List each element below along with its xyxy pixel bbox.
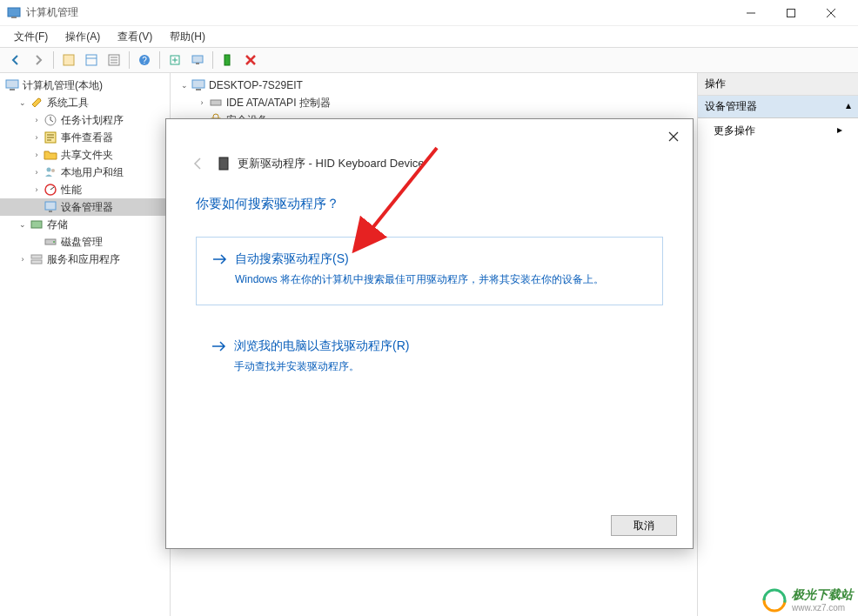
arrow-right-icon	[211, 340, 227, 352]
svg-point-26	[51, 169, 55, 172]
tree-toggle[interactable]: ›	[197, 97, 207, 108]
svg-rect-1	[11, 17, 17, 18]
device-ide[interactable]: › IDE ATA/ATAPI 控制器	[171, 94, 697, 111]
actions-more[interactable]: 更多操作 ▸	[698, 118, 858, 144]
tree-root[interactable]: 计算机管理(本地)	[0, 77, 170, 94]
monitor-button[interactable]	[187, 50, 208, 70]
svg-rect-7	[86, 55, 97, 65]
tb-button-7[interactable]	[218, 50, 238, 70]
delete-button[interactable]	[240, 50, 261, 70]
dialog-close-button[interactable]	[663, 126, 684, 147]
toolbar-separator	[212, 51, 213, 69]
tb-button-5[interactable]	[164, 50, 185, 70]
users-icon	[44, 165, 57, 179]
watermark-text: 极光下载站	[792, 587, 853, 601]
window-controls	[731, 0, 851, 26]
wrench-icon	[30, 96, 44, 110]
tree-label: 设备管理器	[61, 200, 113, 215]
tree-services-apps[interactable]: › 服务和应用程序	[0, 251, 170, 268]
toolbar: ?	[0, 47, 858, 73]
menu-help[interactable]: 帮助(H)	[161, 28, 214, 46]
svg-rect-36	[196, 89, 201, 90]
menu-action[interactable]: 操作(A)	[57, 28, 109, 46]
device-manager-icon	[44, 200, 57, 214]
forward-button[interactable]	[28, 50, 49, 70]
tree-label: 本地用户和组	[61, 165, 124, 180]
computer-icon	[5, 78, 19, 92]
cancel-button[interactable]: 取消	[611, 515, 677, 536]
tree-label: 性能	[61, 183, 82, 198]
tree-toggle[interactable]: ›	[31, 150, 42, 160]
actions-device-manager[interactable]: 设备管理器 ▴	[698, 96, 858, 118]
tree-toggle[interactable]: ›	[17, 254, 28, 264]
dialog-header: 更新驱动程序 - HID Keyboard Device	[166, 119, 693, 182]
tree-shared-folders[interactable]: › 共享文件夹	[0, 146, 170, 164]
tree-label: 任务计划程序	[61, 113, 124, 128]
svg-rect-28	[45, 202, 56, 210]
option-desc: 手动查找并安装驱动程序。	[234, 359, 647, 374]
tree-toggle[interactable]: ›	[31, 184, 42, 195]
search-button[interactable]	[58, 50, 79, 70]
close-button[interactable]	[811, 0, 851, 26]
svg-rect-34	[31, 260, 42, 264]
option-title-text: 浏览我的电脑以查找驱动程序(R)	[234, 338, 409, 354]
services-icon	[30, 252, 44, 266]
tree-toggle[interactable]: ›	[31, 167, 42, 177]
svg-rect-0	[8, 8, 20, 17]
svg-rect-22	[10, 89, 15, 90]
tree-device-manager[interactable]: › 设备管理器	[0, 198, 170, 216]
tree-toggle[interactable]: ⌄	[17, 97, 28, 108]
tree-label: 事件查看器	[61, 131, 113, 145]
update-driver-dialog: 更新驱动程序 - HID Keyboard Device 你要如何搜索驱动程序？…	[165, 118, 694, 549]
tree-local-users[interactable]: › 本地用户和组	[0, 164, 170, 181]
watermark-url: www.xz7.com	[792, 603, 853, 613]
tree-toggle[interactable]: ⌄	[17, 219, 28, 230]
arrow-right-icon	[212, 253, 228, 265]
option-browse[interactable]: 浏览我的电脑以查找驱动程序(R) 手动查找并安装驱动程序。	[196, 325, 663, 388]
tree-toggle[interactable]: ⌄	[179, 80, 190, 90]
help-button[interactable]: ?	[134, 50, 155, 70]
device-label: IDE ATA/ATAPI 控制器	[226, 96, 331, 110]
menu-view[interactable]: 查看(V)	[109, 28, 161, 46]
actions-more-label: 更多操作	[714, 124, 755, 138]
tree-event-viewer[interactable]: › 事件查看器	[0, 129, 170, 146]
device-icon	[217, 157, 231, 171]
dialog-footer: 取消	[611, 515, 677, 536]
tree-system-tools[interactable]: ⌄ 系统工具	[0, 94, 170, 111]
svg-rect-29	[49, 211, 52, 212]
dialog-title: 更新驱动程序 - HID Keyboard Device	[238, 156, 425, 171]
titlebar: 计算机管理	[0, 0, 858, 26]
dialog-question: 你要如何搜索驱动程序？	[196, 196, 663, 212]
tb-button-2[interactable]	[81, 50, 102, 70]
dialog-back-button[interactable]	[189, 154, 208, 173]
actions-header: 操作	[698, 73, 858, 96]
actions-panel: 操作 设备管理器 ▴ 更多操作 ▸	[698, 73, 858, 616]
tree-toggle[interactable]: ›	[31, 115, 42, 125]
watermark: 极光下载站 www.xz7.com	[762, 587, 853, 613]
tree-label: 共享文件夹	[61, 148, 113, 163]
maximize-button[interactable]	[771, 0, 811, 26]
tree-label: 服务和应用程序	[47, 252, 120, 267]
toolbar-separator	[53, 51, 54, 69]
tree-toggle[interactable]: ›	[31, 132, 42, 143]
tree-label: 系统工具	[47, 96, 89, 110]
device-computer[interactable]: ⌄ DESKTOP-7S29EIT	[171, 77, 697, 94]
tree-task-scheduler[interactable]: › 任务计划程序	[0, 111, 170, 129]
svg-rect-21	[6, 80, 18, 88]
back-button[interactable]	[5, 50, 26, 70]
option-auto-search[interactable]: 自动搜索驱动程序(S) Windows 将在你的计算机中搜索最佳可用驱动程序，并…	[196, 237, 663, 305]
svg-rect-33	[31, 255, 42, 258]
svg-rect-30	[31, 221, 42, 228]
tb-button-3[interactable]	[104, 50, 124, 70]
tree-storage[interactable]: ⌄ 存储	[0, 216, 170, 233]
option-title: 自动搜索驱动程序(S)	[212, 251, 647, 267]
tree-label: 磁盘管理	[61, 235, 103, 250]
collapse-icon: ▴	[846, 99, 851, 114]
tree-disk-mgmt[interactable]: › 磁盘管理	[0, 233, 170, 251]
menu-file[interactable]: 文件(F)	[5, 28, 57, 46]
minimize-button[interactable]	[731, 0, 771, 26]
svg-rect-17	[196, 63, 199, 64]
svg-rect-37	[211, 100, 221, 105]
clock-icon	[44, 113, 57, 127]
tree-performance[interactable]: › 性能	[0, 181, 170, 198]
